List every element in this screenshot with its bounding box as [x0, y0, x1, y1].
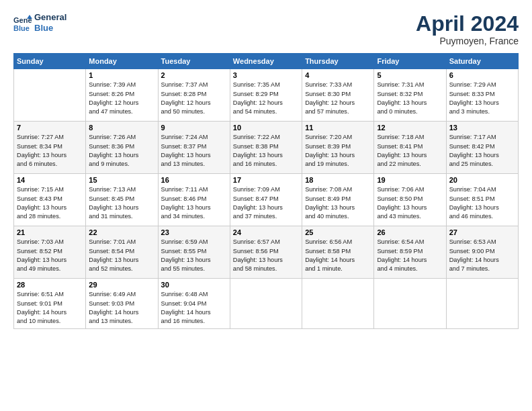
calendar-cell: 22Sunrise: 7:01 AMSunset: 8:54 PMDayligh… — [86, 226, 158, 279]
day-number: 24 — [233, 228, 299, 236]
day-info: Sunrise: 6:56 AMSunset: 8:58 PMDaylight:… — [305, 238, 371, 273]
day-number: 18 — [305, 176, 371, 184]
logo-icon: General Blue — [13, 13, 32, 32]
calendar-cell: 11Sunrise: 7:20 AMSunset: 8:39 PMDayligh… — [302, 122, 374, 174]
calendar-cell: 28Sunrise: 6:51 AMSunset: 9:01 PMDayligh… — [14, 279, 86, 328]
calendar-cell: 29Sunrise: 6:49 AMSunset: 9:03 PMDayligh… — [86, 279, 158, 328]
day-info: Sunrise: 7:35 AMSunset: 8:29 PMDaylight:… — [233, 81, 299, 116]
day-number: 17 — [233, 176, 299, 184]
calendar-cell: 20Sunrise: 7:04 AMSunset: 8:51 PMDayligh… — [446, 174, 518, 226]
day-info: Sunrise: 7:13 AMSunset: 8:45 PMDaylight:… — [89, 185, 154, 221]
calendar-week-3: 14Sunrise: 7:15 AMSunset: 8:43 PMDayligh… — [14, 174, 519, 226]
calendar-week-1: 1Sunrise: 7:39 AMSunset: 8:26 PMDaylight… — [14, 69, 519, 122]
calendar-cell: 23Sunrise: 6:59 AMSunset: 8:55 PMDayligh… — [158, 226, 230, 279]
calendar-cell: 5Sunrise: 7:31 AMSunset: 8:32 PMDaylight… — [374, 69, 446, 122]
calendar-cell: 4Sunrise: 7:33 AMSunset: 8:30 PMDaylight… — [302, 69, 374, 122]
calendar-cell: 26Sunrise: 6:54 AMSunset: 8:59 PMDayligh… — [374, 226, 446, 279]
day-number: 14 — [17, 176, 83, 184]
svg-text:Blue: Blue — [13, 24, 30, 32]
calendar-cell — [374, 279, 446, 328]
calendar-cell: 2Sunrise: 7:37 AMSunset: 8:28 PMDaylight… — [158, 69, 230, 122]
day-info: Sunrise: 7:31 AMSunset: 8:32 PMDaylight:… — [377, 81, 443, 116]
calendar-page: General Blue General Blue April 2024 Puy… — [0, 0, 532, 411]
day-number: 19 — [377, 176, 443, 184]
calendar-cell — [14, 69, 86, 122]
day-info: Sunrise: 6:53 AMSunset: 9:00 PMDaylight:… — [449, 238, 515, 273]
day-info: Sunrise: 7:08 AMSunset: 8:49 PMDaylight:… — [305, 185, 371, 221]
calendar-cell: 13Sunrise: 7:17 AMSunset: 8:42 PMDayligh… — [446, 122, 518, 174]
day-number: 27 — [449, 228, 515, 236]
column-header-thursday: Thursday — [302, 54, 374, 69]
day-number: 25 — [305, 228, 371, 236]
day-info: Sunrise: 7:01 AMSunset: 8:54 PMDaylight:… — [89, 238, 154, 273]
column-header-sunday: Sunday — [14, 54, 86, 69]
column-header-saturday: Saturday — [446, 54, 518, 69]
day-info: Sunrise: 7:33 AMSunset: 8:30 PMDaylight:… — [305, 81, 371, 116]
calendar-cell: 10Sunrise: 7:22 AMSunset: 8:38 PMDayligh… — [230, 122, 302, 174]
day-info: Sunrise: 7:04 AMSunset: 8:51 PMDaylight:… — [449, 185, 515, 221]
calendar-cell: 1Sunrise: 7:39 AMSunset: 8:26 PMDaylight… — [86, 69, 158, 122]
month-title: April 2024 — [416, 12, 519, 36]
calendar-week-5: 28Sunrise: 6:51 AMSunset: 9:01 PMDayligh… — [14, 279, 519, 328]
calendar-cell: 6Sunrise: 7:29 AMSunset: 8:33 PMDaylight… — [446, 69, 518, 122]
calendar-cell: 19Sunrise: 7:06 AMSunset: 8:50 PMDayligh… — [374, 174, 446, 226]
calendar-header-row: SundayMondayTuesdayWednesdayThursdayFrid… — [14, 54, 519, 69]
logo-line2: Blue — [34, 23, 66, 34]
day-info: Sunrise: 7:06 AMSunset: 8:50 PMDaylight:… — [377, 185, 443, 221]
day-info: Sunrise: 7:37 AMSunset: 8:28 PMDaylight:… — [161, 81, 227, 116]
day-info: Sunrise: 7:26 AMSunset: 8:36 PMDaylight:… — [89, 133, 154, 169]
calendar-cell: 17Sunrise: 7:09 AMSunset: 8:47 PMDayligh… — [230, 174, 302, 226]
calendar-cell: 25Sunrise: 6:56 AMSunset: 8:58 PMDayligh… — [302, 226, 374, 279]
day-info: Sunrise: 7:22 AMSunset: 8:38 PMDaylight:… — [233, 133, 299, 169]
logo: General Blue General Blue — [13, 12, 66, 33]
day-number: 23 — [161, 228, 227, 236]
column-header-friday: Friday — [374, 54, 446, 69]
day-info: Sunrise: 6:57 AMSunset: 8:56 PMDaylight:… — [233, 238, 299, 273]
calendar-cell: 15Sunrise: 7:13 AMSunset: 8:45 PMDayligh… — [86, 174, 158, 226]
day-info: Sunrise: 6:51 AMSunset: 9:01 PMDaylight:… — [17, 290, 83, 326]
day-number: 12 — [377, 124, 443, 132]
calendar-cell: 27Sunrise: 6:53 AMSunset: 9:00 PMDayligh… — [446, 226, 518, 279]
calendar-cell: 21Sunrise: 7:03 AMSunset: 8:52 PMDayligh… — [14, 226, 86, 279]
calendar-cell — [446, 279, 518, 328]
header: General Blue General Blue April 2024 Puy… — [13, 12, 519, 46]
day-info: Sunrise: 7:20 AMSunset: 8:39 PMDaylight:… — [305, 133, 371, 169]
day-info: Sunrise: 7:24 AMSunset: 8:37 PMDaylight:… — [161, 133, 227, 169]
day-info: Sunrise: 7:18 AMSunset: 8:41 PMDaylight:… — [377, 133, 443, 169]
calendar-cell: 14Sunrise: 7:15 AMSunset: 8:43 PMDayligh… — [14, 174, 86, 226]
day-number: 3 — [233, 71, 299, 79]
day-number: 16 — [161, 176, 227, 184]
day-number: 30 — [161, 281, 227, 289]
day-number: 2 — [161, 71, 227, 79]
day-number: 6 — [449, 71, 515, 79]
day-info: Sunrise: 6:54 AMSunset: 8:59 PMDaylight:… — [377, 238, 443, 273]
day-number: 15 — [89, 176, 154, 184]
day-number: 28 — [17, 281, 83, 289]
calendar-week-2: 7Sunrise: 7:27 AMSunset: 8:34 PMDaylight… — [14, 122, 519, 174]
day-number: 26 — [377, 228, 443, 236]
calendar-cell: 3Sunrise: 7:35 AMSunset: 8:29 PMDaylight… — [230, 69, 302, 122]
day-info: Sunrise: 7:39 AMSunset: 8:26 PMDaylight:… — [89, 81, 154, 116]
day-info: Sunrise: 6:48 AMSunset: 9:04 PMDaylight:… — [161, 290, 227, 326]
calendar-week-4: 21Sunrise: 7:03 AMSunset: 8:52 PMDayligh… — [14, 226, 519, 279]
calendar-cell: 24Sunrise: 6:57 AMSunset: 8:56 PMDayligh… — [230, 226, 302, 279]
day-info: Sunrise: 7:03 AMSunset: 8:52 PMDaylight:… — [17, 238, 83, 273]
calendar-cell: 16Sunrise: 7:11 AMSunset: 8:46 PMDayligh… — [158, 174, 230, 226]
logo-line1: General — [34, 12, 66, 23]
day-info: Sunrise: 7:09 AMSunset: 8:47 PMDaylight:… — [233, 185, 299, 221]
calendar-cell: 7Sunrise: 7:27 AMSunset: 8:34 PMDaylight… — [14, 122, 86, 174]
calendar-cell: 12Sunrise: 7:18 AMSunset: 8:41 PMDayligh… — [374, 122, 446, 174]
day-info: Sunrise: 7:27 AMSunset: 8:34 PMDaylight:… — [17, 133, 83, 169]
day-number: 29 — [89, 281, 154, 289]
day-info: Sunrise: 7:15 AMSunset: 8:43 PMDaylight:… — [17, 185, 83, 221]
calendar-cell — [230, 279, 302, 328]
column-header-wednesday: Wednesday — [230, 54, 302, 69]
day-number: 9 — [161, 124, 227, 132]
location: Puymoyen, France — [416, 36, 519, 46]
title-block: April 2024 Puymoyen, France — [416, 12, 519, 46]
calendar-cell — [302, 279, 374, 328]
day-number: 4 — [305, 71, 371, 79]
day-number: 10 — [233, 124, 299, 132]
day-number: 8 — [89, 124, 154, 132]
column-header-monday: Monday — [86, 54, 158, 69]
